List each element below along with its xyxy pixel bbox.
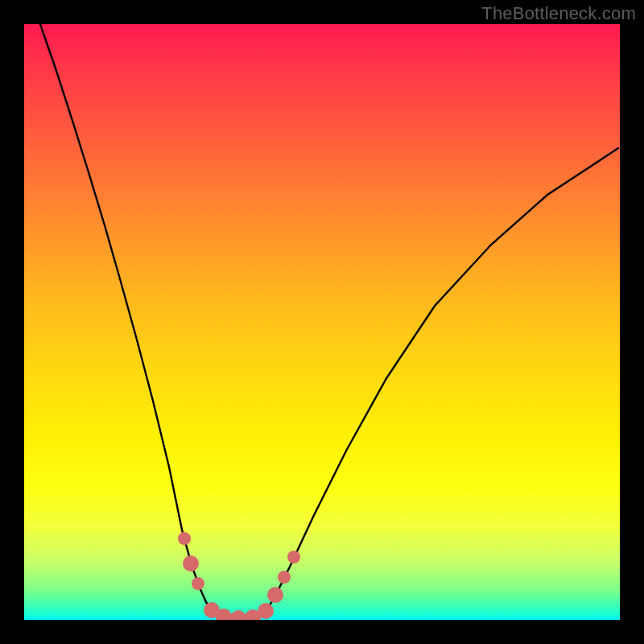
data-marker	[258, 603, 274, 619]
data-marker	[267, 587, 283, 603]
data-marker	[183, 555, 199, 572]
data-marker	[230, 610, 246, 620]
data-marker	[178, 532, 191, 545]
chart-frame: TheBottleneck.com	[0, 0, 644, 644]
watermark-text: TheBottleneck.com	[481, 3, 636, 24]
data-marker	[192, 577, 204, 590]
data-marker	[287, 551, 300, 564]
chart-svg	[24, 24, 620, 620]
data-marker	[278, 571, 291, 584]
bottleneck-curve	[40, 24, 618, 619]
chart-plot-area	[24, 24, 620, 620]
chart-curve	[40, 24, 618, 619]
